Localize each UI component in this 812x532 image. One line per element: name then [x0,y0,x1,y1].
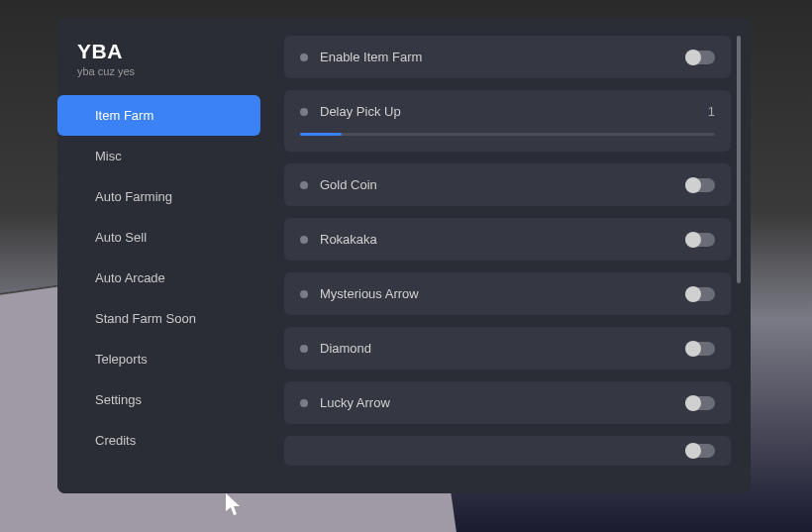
label-delay-pick-up: Delay Pick Up [320,104,401,119]
dot-icon [300,53,308,61]
toggle-rokakaka[interactable] [685,233,715,247]
dot-icon [300,181,308,189]
sidebar-item-auto-sell[interactable]: Auto Sell [57,217,260,258]
script-window: YBA yba cuz yes Item Farm Misc Auto Farm… [57,18,751,493]
label-enable-item-farm: Enable Item Farm [320,50,422,64]
dot-icon [300,108,308,116]
slider-delay-pick-up[interactable] [300,133,715,136]
sidebar: YBA yba cuz yes Item Farm Misc Auto Farm… [57,18,260,493]
brand: YBA yba cuz yes [57,40,260,95]
dot-icon [300,345,308,353]
sidebar-item-teleports[interactable]: Teleports [57,339,260,379]
label-diamond: Diamond [320,341,371,356]
value-delay-pick-up: 1 [708,104,715,119]
label-rokakaka: Rokakaka [320,232,377,247]
sidebar-item-auto-farming[interactable]: Auto Farming [57,176,260,217]
toggle-row-gold-coin: Gold Coin [284,163,731,206]
toggle-gold-coin[interactable] [685,178,715,192]
label-mysterious-arrow: Mysterious Arrow [320,286,419,301]
brand-subtitle: yba cuz yes [77,65,260,77]
toggle-row-diamond: Diamond [284,327,731,370]
toggle-mysterious-arrow[interactable] [685,287,715,301]
label-lucky-arrow: Lucky Arrow [320,395,390,410]
toggle-row-rokakaka: Rokakaka [284,218,731,261]
sidebar-item-credits[interactable]: Credits [57,420,260,461]
scrollbar[interactable] [737,36,741,283]
label-gold-coin: Gold Coin [320,177,377,192]
sidebar-item-misc[interactable]: Misc [57,136,260,176]
sidebar-item-stand-farm[interactable]: Stand Farm Soon [57,298,260,339]
toggle-row-mysterious-arrow: Mysterious Arrow [284,272,731,315]
sidebar-item-auto-arcade[interactable]: Auto Arcade [57,258,260,298]
content-panel: Enable Item Farm Delay Pick Up 1 Gold Co… [260,18,751,493]
dot-icon [300,290,308,298]
toggle-row-partial [284,436,731,466]
toggle-row-lucky-arrow: Lucky Arrow [284,381,731,424]
dot-icon [300,236,308,244]
sidebar-item-settings[interactable]: Settings [57,379,260,420]
dot-icon [300,399,308,407]
sidebar-item-item-farm[interactable]: Item Farm [57,95,260,136]
toggle-partial[interactable] [685,444,715,458]
toggle-row-enable-item-farm: Enable Item Farm [284,36,731,78]
toggle-lucky-arrow[interactable] [685,396,715,410]
brand-title: YBA [77,40,260,63]
slider-row-delay-pick-up: Delay Pick Up 1 [284,90,731,152]
toggle-diamond[interactable] [685,342,715,356]
toggle-enable-item-farm[interactable] [685,51,715,64]
